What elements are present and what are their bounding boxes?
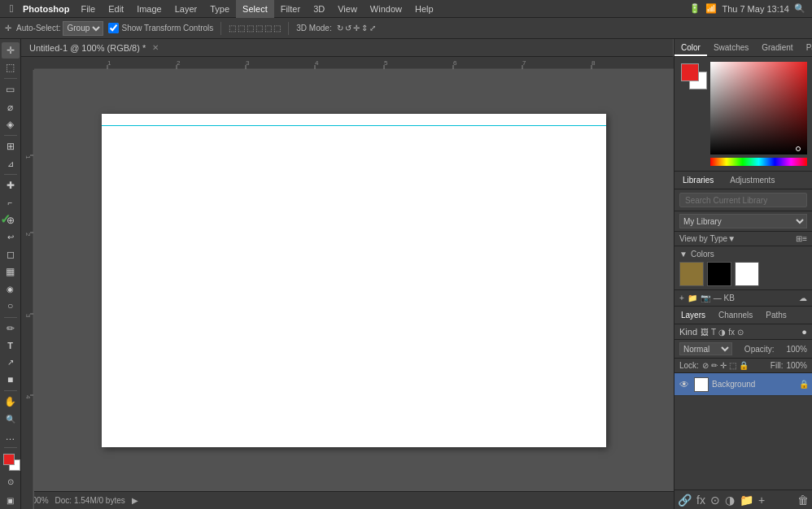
marquee-tool[interactable]: ▭: [2, 81, 20, 98]
menu-edit[interactable]: Edit: [102, 0, 130, 18]
tab-swatches[interactable]: Swatches: [707, 39, 755, 56]
eyedropper-tool[interactable]: ⊿: [2, 155, 20, 172]
menu-view[interactable]: View: [331, 0, 364, 18]
color-swatches[interactable]: [2, 452, 20, 472]
lib-camera-icon[interactable]: 📷: [701, 294, 710, 302]
layers-adjustment-icon[interactable]: ◑: [725, 494, 735, 507]
pen-tool[interactable]: ✏: [2, 320, 20, 337]
lock-image-icon[interactable]: ✏: [711, 361, 718, 370]
lib-search-input[interactable]: [679, 193, 807, 207]
align-top-icon[interactable]: ⬚: [255, 24, 263, 33]
foreground-swatch[interactable]: [681, 63, 699, 81]
tab-layers[interactable]: Layers: [674, 307, 712, 324]
lib-swatch-white[interactable]: [735, 262, 759, 286]
move-tool[interactable]: ✛: [2, 42, 20, 59]
lock-all-icon[interactable]: 🔒: [739, 361, 749, 370]
lib-folder-icon[interactable]: 📁: [688, 294, 697, 302]
quick-select-tool[interactable]: ◈: [2, 116, 20, 133]
filter-text-icon[interactable]: T: [711, 328, 716, 337]
tab-gradient[interactable]: Gradient: [755, 39, 799, 56]
canvas-tab-close[interactable]: ✕: [152, 43, 159, 52]
canvas-tab[interactable]: Untitled-1 @ 100% (RGB/8) * ✕: [21, 39, 674, 57]
tab-adjustments[interactable]: Adjustments: [722, 172, 783, 189]
lib-grid-icon[interactable]: ⊞: [796, 234, 802, 243]
filter-mask-icon[interactable]: ⊙: [737, 328, 744, 337]
crop-tool[interactable]: ⊞: [2, 138, 20, 154]
canvas-viewport[interactable]: [34, 70, 674, 491]
layers-filter-toggle[interactable]: ●: [801, 327, 807, 337]
layers-mask-icon[interactable]: ⊙: [710, 494, 720, 507]
lock-transparent-icon[interactable]: ⊘: [702, 361, 709, 370]
color-hue-bar[interactable]: [710, 158, 807, 166]
layers-fx-icon[interactable]: fx: [696, 494, 705, 507]
blend-mode-select[interactable]: Normal Multiply Screen: [679, 342, 732, 355]
lib-view-chevron[interactable]: ▼: [727, 234, 736, 243]
layers-new-icon[interactable]: +: [758, 494, 765, 507]
menu-file[interactable]: File: [74, 0, 102, 18]
menu-image[interactable]: Image: [130, 0, 168, 18]
layer-visibility-icon[interactable]: 👁: [678, 379, 691, 390]
lasso-tool[interactable]: ⌀: [2, 98, 20, 115]
tab-patterns[interactable]: Patterns: [800, 39, 812, 56]
brush-tool[interactable]: ⌐: [2, 194, 20, 211]
align-bottom-icon[interactable]: ⬚: [273, 24, 281, 33]
history-brush[interactable]: ↩: [2, 229, 20, 246]
menu-3d[interactable]: 3D: [307, 0, 331, 18]
filter-photo-icon[interactable]: 🖼: [701, 328, 709, 337]
layer-row[interactable]: 👁 Background 🔒: [674, 373, 812, 396]
lock-position-icon[interactable]: ✛: [720, 361, 727, 370]
layers-link-icon[interactable]: 🔗: [678, 494, 692, 507]
menu-window[interactable]: Window: [364, 0, 408, 18]
type-tool[interactable]: T: [2, 337, 20, 354]
dodge-tool[interactable]: ○: [2, 298, 20, 314]
auto-select-dropdown[interactable]: Group Layer: [63, 21, 103, 36]
lib-colors-chevron[interactable]: ▼: [679, 250, 688, 259]
layers-trash-icon[interactable]: 🗑: [797, 494, 809, 507]
menu-select[interactable]: Select: [236, 0, 274, 18]
align-center-icon[interactable]: ⬚: [238, 24, 245, 33]
path-select-tool[interactable]: ↗: [2, 355, 20, 371]
zoom-tool[interactable]: 🔍: [2, 411, 20, 427]
color-gradient-field[interactable]: [710, 62, 807, 154]
gradient-tool[interactable]: ▦: [2, 263, 20, 280]
layers-group-icon[interactable]: 📁: [740, 494, 753, 507]
show-transform-checkbox[interactable]: Show Transform Controls: [108, 23, 213, 33]
tab-paths[interactable]: Paths: [759, 307, 793, 324]
tab-libraries[interactable]: Libraries: [674, 172, 722, 189]
search-icon[interactable]: 🔍: [794, 3, 805, 14]
lib-list-icon[interactable]: ≡: [802, 234, 807, 243]
screen-mode[interactable]: ▣: [2, 493, 20, 509]
menu-type[interactable]: Type: [203, 0, 236, 18]
align-left-icon[interactable]: ⬚: [229, 24, 236, 33]
filter-fx-icon[interactable]: fx: [728, 328, 735, 337]
lib-swatch-black[interactable]: [707, 262, 731, 286]
filter-adj-icon[interactable]: ◑: [718, 328, 726, 337]
clone-tool[interactable]: ⊕: [2, 211, 20, 228]
3d-roll-icon[interactable]: ↺: [345, 24, 351, 33]
3d-scale-icon[interactable]: ⤢: [369, 24, 376, 33]
blur-tool[interactable]: ◉: [2, 281, 20, 297]
align-right-icon[interactable]: ⬚: [247, 24, 254, 33]
lock-artboard-icon[interactable]: ⬚: [729, 361, 736, 370]
lib-swatch-olive[interactable]: [679, 262, 704, 286]
lib-add-icon[interactable]: +: [679, 294, 684, 302]
eraser-tool[interactable]: ◻: [2, 246, 20, 263]
menu-layer[interactable]: Layer: [168, 0, 204, 18]
3d-orbit-icon[interactable]: ↻: [337, 24, 343, 33]
align-middle-icon[interactable]: ⬚: [264, 24, 272, 33]
hand-tool[interactable]: ✋: [2, 394, 20, 410]
menu-filter[interactable]: Filter: [274, 0, 307, 18]
menu-help[interactable]: Help: [408, 0, 440, 18]
status-arrow[interactable]: ▶: [132, 496, 138, 505]
shape-tool[interactable]: ■: [2, 372, 20, 388]
more-tools[interactable]: …: [2, 429, 20, 445]
tab-color[interactable]: Color: [674, 39, 707, 56]
tab-channels[interactable]: Channels: [712, 307, 759, 324]
library-select[interactable]: My Library: [679, 214, 807, 228]
3d-slide-icon[interactable]: ⇕: [361, 24, 368, 33]
quick-mask[interactable]: ⊙: [2, 474, 20, 490]
lib-cloud-icon[interactable]: ☁: [799, 294, 807, 302]
artboard-tool[interactable]: ⬚: [2, 59, 20, 76]
healing-tool[interactable]: ✚: [2, 177, 20, 194]
foreground-color[interactable]: [3, 454, 15, 465]
